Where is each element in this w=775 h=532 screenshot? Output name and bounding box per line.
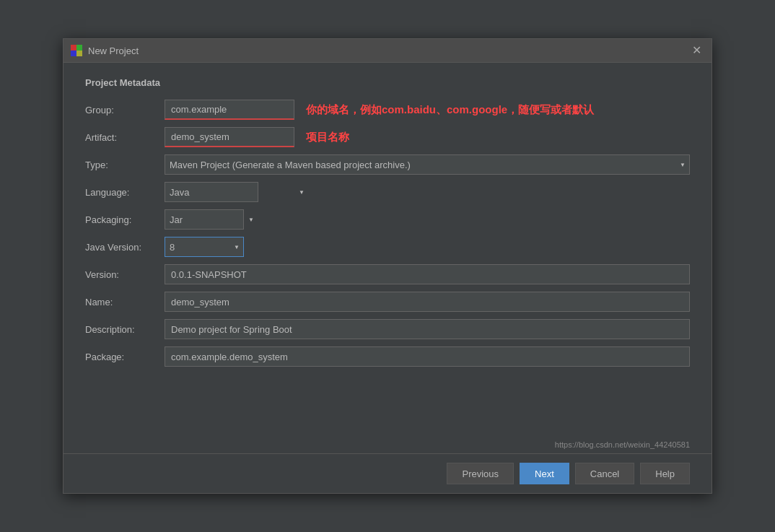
name-label: Name:: [85, 297, 165, 308]
new-project-dialog: New Project ✕ Project Metadata Group: 你的…: [63, 38, 712, 494]
version-input[interactable]: [165, 264, 690, 284]
group-control-area: 你的域名，例如com.baidu、com.google，随便写或者默认: [165, 100, 690, 120]
type-row: Type: Maven Project (Generate a Maven ba…: [85, 154, 690, 175]
svg-rect-0: [71, 45, 76, 51]
title-bar: New Project ✕: [64, 39, 711, 63]
name-input[interactable]: [165, 292, 690, 312]
dialog-content: Project Metadata Group: 你的域名，例如com.baidu…: [64, 63, 711, 439]
java-version-select-wrapper: 8 11 17: [165, 237, 244, 257]
type-label: Type:: [85, 160, 165, 170]
close-button[interactable]: ✕: [689, 43, 704, 58]
name-control-area: [165, 292, 690, 312]
language-control-area: Java Kotlin Groovy: [165, 182, 690, 202]
java-version-row: Java Version: 8 11 17: [85, 237, 690, 257]
description-input[interactable]: [165, 319, 690, 339]
language-label: Language:: [85, 187, 165, 198]
app-icon: [71, 45, 82, 56]
language-select[interactable]: Java Kotlin Groovy: [165, 182, 258, 202]
version-row: Version:: [85, 264, 690, 284]
help-button[interactable]: Help: [640, 463, 690, 484]
description-row: Description:: [85, 319, 690, 339]
packaging-row: Packaging: Jar War: [85, 209, 690, 230]
description-control-area: [165, 319, 690, 339]
package-input[interactable]: [165, 346, 690, 367]
group-row: Group: 你的域名，例如com.baidu、com.google，随便写或者…: [85, 100, 690, 120]
cancel-button[interactable]: Cancel: [575, 463, 634, 484]
group-annotation: 你的域名，例如com.baidu、com.google，随便写或者默认: [306, 103, 594, 117]
package-control-area: [165, 346, 690, 367]
group-input[interactable]: [165, 100, 294, 120]
svg-rect-1: [76, 45, 82, 51]
package-label: Package:: [85, 352, 165, 362]
packaging-label: Packaging:: [85, 214, 165, 225]
version-label: Version:: [85, 269, 165, 280]
package-row: Package:: [85, 346, 690, 367]
type-select-wrapper: Maven Project (Generate a Maven based pr…: [165, 154, 690, 175]
group-label: Group:: [85, 105, 165, 115]
next-button[interactable]: Next: [520, 463, 569, 484]
type-select[interactable]: Maven Project (Generate a Maven based pr…: [165, 154, 690, 175]
packaging-select[interactable]: Jar War: [165, 209, 244, 230]
packaging-control-area: Jar War: [165, 209, 690, 230]
description-label: Description:: [85, 324, 165, 335]
title-bar-left: New Project: [71, 45, 139, 56]
svg-rect-3: [76, 51, 82, 56]
dialog-title: New Project: [88, 45, 139, 56]
language-row: Language: Java Kotlin Groovy: [85, 182, 690, 202]
url-bar: https://blog.csdn.net/weixin_44240581: [64, 439, 711, 453]
name-row: Name:: [85, 292, 690, 312]
artifact-row: Artifact: 项目名称: [85, 127, 690, 147]
java-version-label: Java Version:: [85, 242, 165, 253]
artifact-label: Artifact:: [85, 132, 165, 143]
version-control-area: [165, 264, 690, 284]
svg-rect-2: [71, 51, 76, 56]
type-control-area: Maven Project (Generate a Maven based pr…: [165, 154, 690, 175]
artifact-control-area: 项目名称: [165, 127, 690, 147]
previous-button[interactable]: Previous: [447, 463, 514, 484]
packaging-select-wrapper: Jar War: [165, 209, 258, 230]
section-title: Project Metadata: [85, 77, 690, 88]
dialog-footer: Previous Next Cancel Help: [64, 453, 711, 493]
java-version-control-area: 8 11 17: [165, 237, 690, 257]
java-version-select[interactable]: 8 11 17: [165, 237, 244, 257]
artifact-annotation: 项目名称: [306, 131, 349, 144]
language-select-wrapper: Java Kotlin Groovy: [165, 182, 309, 202]
artifact-input[interactable]: [165, 127, 294, 147]
